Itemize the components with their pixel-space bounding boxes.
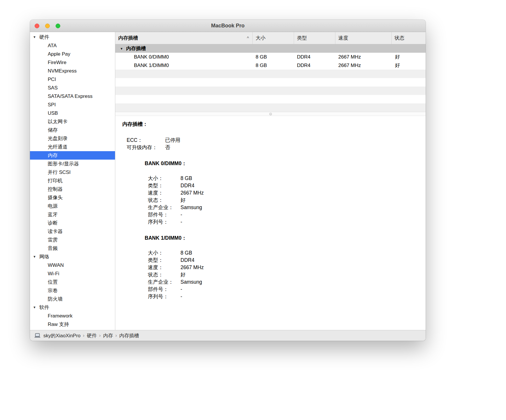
- sidebar-section-label: 硬件: [39, 33, 49, 41]
- sidebar-item-audio[interactable]: 音频: [30, 244, 115, 253]
- disclosure-triangle-icon[interactable]: ▼: [120, 47, 124, 50]
- breadcrumb-memory[interactable]: 内存: [103, 332, 113, 339]
- detail-title: 内存插槽：: [122, 121, 419, 128]
- empty-row: [115, 103, 426, 112]
- field-label: 状态：: [148, 271, 181, 278]
- field-label: 速度：: [148, 189, 181, 197]
- field-label: 状态：: [148, 197, 181, 204]
- column-header-speed[interactable]: 速度: [335, 32, 392, 44]
- sidebar-section-label: 软件: [39, 303, 49, 312]
- sidebar-item-volumes[interactable]: 宗卷: [30, 286, 115, 295]
- detail-field: 状态：好: [148, 271, 419, 278]
- field-label: ECC：: [127, 137, 165, 144]
- field-value: 8 GB: [181, 250, 192, 256]
- zoom-button[interactable]: [56, 24, 60, 28]
- sidebar-item-nvmexpress[interactable]: NVMExpress: [30, 67, 115, 75]
- bank-title: BANK 0/DIMM0：: [145, 160, 419, 167]
- sidebar-item-pci[interactable]: PCI: [30, 75, 115, 84]
- cell-slot: BANK 1/DIMM0: [115, 63, 253, 68]
- field-value: 好: [181, 272, 186, 278]
- sidebar-item-locations[interactable]: 位置: [30, 278, 115, 286]
- titlebar[interactable]: MacBook Pro: [30, 20, 426, 32]
- sidebar-item-firewire[interactable]: FireWire: [30, 58, 115, 67]
- splitter-handle-icon[interactable]: [269, 113, 272, 115]
- sidebar-section-hardware[interactable]: ▼ 硬件: [30, 33, 115, 41]
- cell-status: 好: [392, 62, 426, 69]
- cell-speed: 2667 MHz: [335, 54, 392, 60]
- sidebar-item-ethernet[interactable]: 以太网卡: [30, 117, 115, 126]
- close-button[interactable]: [35, 24, 39, 28]
- pane-splitter[interactable]: [115, 112, 426, 116]
- table-header: 内存插槽 ^ 大小 类型 速度 状态: [115, 32, 426, 44]
- breadcrumb-root[interactable]: sky的XiaoXinPro: [43, 332, 81, 339]
- sidebar-item-parallel-scsi[interactable]: 并行 SCSI: [30, 168, 115, 177]
- field-label: 类型：: [148, 257, 181, 264]
- table-row[interactable]: BANK 0/DIMM0 8 GB DDR4 2667 MHz 好: [115, 53, 426, 61]
- sidebar-item-sas[interactable]: SAS: [30, 84, 115, 92]
- table-row[interactable]: BANK 1/DIMM0 8 GB DDR4 2667 MHz 好: [115, 61, 426, 70]
- sidebar-item-firewall[interactable]: 防火墙: [30, 295, 115, 303]
- field-label: 序列号：: [148, 218, 181, 226]
- field-label: 生产企业：: [148, 278, 181, 286]
- field-value: Samsung: [181, 279, 202, 285]
- disclosure-triangle-icon[interactable]: ▼: [33, 33, 37, 41]
- cell-size: 8 GB: [253, 54, 294, 60]
- sidebar-item-apple-pay[interactable]: Apple Pay: [30, 50, 115, 58]
- column-header-status[interactable]: 状态: [392, 32, 426, 44]
- cell-speed: 2667 MHz: [335, 63, 392, 68]
- window-content: ▼ 硬件 ATA Apple Pay FireWire NVMExpress P…: [30, 32, 426, 330]
- field-label: 大小：: [148, 175, 181, 182]
- sidebar-section-software[interactable]: ▼ 软件: [30, 303, 115, 312]
- sidebar-item-power[interactable]: 电源: [30, 202, 115, 210]
- sidebar-item-storage[interactable]: 储存: [30, 126, 115, 134]
- sidebar-item-graphics-displays[interactable]: 图形卡/显示器: [30, 160, 115, 168]
- sidebar-item-diagnostics[interactable]: 诊断: [30, 219, 115, 227]
- sidebar-item-controller[interactable]: 控制器: [30, 185, 115, 193]
- sidebar-item-thunderbolt[interactable]: 雷雳: [30, 236, 115, 244]
- field-value: DDR4: [181, 183, 194, 188]
- field-value: -: [181, 219, 182, 225]
- sidebar-item-disc-burning[interactable]: 光盘刻录: [30, 134, 115, 143]
- minimize-button[interactable]: [45, 24, 50, 28]
- sidebar-item-wifi[interactable]: Wi-Fi: [30, 269, 115, 278]
- sidebar-item-camera[interactable]: 摄像头: [30, 193, 115, 202]
- column-header-slot[interactable]: 内存插槽 ^: [115, 32, 253, 44]
- sidebar-item-fibre-channel[interactable]: 光纤通道: [30, 143, 115, 151]
- breadcrumb-hardware[interactable]: 硬件: [87, 332, 97, 339]
- sidebar-section-network[interactable]: ▼ 网络: [30, 253, 115, 261]
- detail-field: 部件号：-: [148, 286, 419, 293]
- table-group-row[interactable]: ▼ 内存插槽: [115, 44, 426, 53]
- cell-size: 8 GB: [253, 63, 294, 68]
- sidebar-item-frameworks[interactable]: Framework: [30, 312, 115, 320]
- field-value: Samsung: [181, 204, 202, 210]
- sidebar-item-memory[interactable]: 内存: [30, 151, 115, 160]
- sidebar: ▼ 硬件 ATA Apple Pay FireWire NVMExpress P…: [30, 32, 115, 330]
- disclosure-triangle-icon[interactable]: ▼: [33, 303, 37, 312]
- detail-field: 大小：8 GB: [148, 249, 419, 257]
- detail-field: 序列号：-: [148, 293, 419, 300]
- sidebar-item-spi[interactable]: SPI: [30, 100, 115, 109]
- sidebar-section-label: 网络: [39, 253, 49, 261]
- sidebar-item-printers[interactable]: 打印机: [30, 177, 115, 185]
- sidebar-item-sata[interactable]: SATA/SATA Express: [30, 92, 115, 100]
- cell-type: DDR4: [294, 63, 335, 68]
- detail-pane: 内存插槽： ECC：已停用 可升级内存：否 BANK 0/DIMM0： 大小：8…: [115, 116, 426, 330]
- column-header-type[interactable]: 类型: [294, 32, 335, 44]
- column-header-size[interactable]: 大小: [253, 32, 294, 44]
- sidebar-item-ata[interactable]: ATA: [30, 41, 115, 50]
- sort-ascending-icon: ^: [247, 36, 252, 40]
- breadcrumb-separator-icon: ›: [113, 333, 119, 338]
- bank-fields: 大小：8 GB 类型：DDR4 速度：2667 MHz 状态：好 生产企业：Sa…: [148, 175, 419, 226]
- cell-slot: BANK 0/DIMM0: [115, 54, 253, 60]
- sidebar-item-usb[interactable]: USB: [30, 109, 115, 117]
- sidebar-item-card-reader[interactable]: 读卡器: [30, 227, 115, 236]
- disclosure-triangle-icon[interactable]: ▼: [33, 253, 37, 261]
- empty-row: [115, 70, 426, 78]
- sidebar-item-wwan[interactable]: WWAN: [30, 261, 115, 269]
- system-information-window: MacBook Pro ▼ 硬件 ATA Apple Pay FireWire …: [30, 20, 426, 341]
- detail-field: 类型：DDR4: [148, 182, 419, 189]
- sidebar-item-raw-support[interactable]: Raw 支持: [30, 320, 115, 329]
- breadcrumb-memory-slots[interactable]: 内存插槽: [119, 332, 139, 339]
- window-title: MacBook Pro: [211, 23, 245, 29]
- sidebar-item-bluetooth[interactable]: 蓝牙: [30, 210, 115, 219]
